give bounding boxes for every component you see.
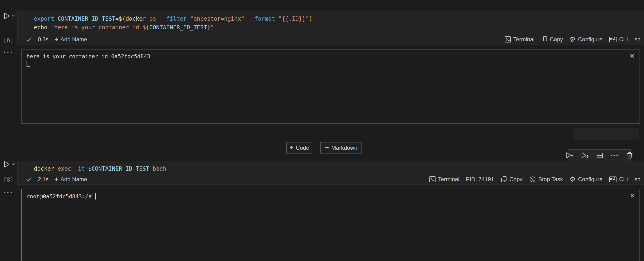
code-line: docker exec -it $CONTAINER_ID_TEST bash: [34, 165, 639, 173]
copy-button[interactable]: Copy: [541, 36, 563, 43]
copy-label: Copy: [509, 176, 522, 183]
terminal-bar-cursor: [95, 193, 96, 200]
split-cell-button[interactable]: [596, 152, 604, 159]
split-cell-icon: [596, 152, 604, 159]
cli-icon: [609, 176, 617, 183]
terminal-output[interactable]: here is your container id 0a52fdc5d843 ✕: [22, 49, 640, 124]
execution-count-label: [8]: [3, 177, 14, 183]
pid-label: PID: 74191: [466, 176, 494, 183]
terminal-button[interactable]: Terminal: [429, 176, 460, 183]
stop-circle-icon: [529, 176, 536, 183]
copy-icon: [541, 36, 548, 43]
copy-button[interactable]: Copy: [501, 176, 522, 183]
cli-button[interactable]: CLI: [609, 176, 628, 183]
notebook-editor: [6] ••• export CONTAINER_ID_TEST=$(docke…: [0, 0, 644, 261]
code-cell[interactable]: export CONTAINER_ID_TEST=$(docker ps --f…: [18, 10, 644, 45]
close-output-button[interactable]: ✕: [630, 192, 635, 199]
duration-label: 2.1s: [38, 176, 48, 183]
language-indicator[interactable]: sh: [634, 176, 640, 183]
terminal-icon: [429, 176, 436, 183]
terminal-output-line: here is your container id 0a52fdc5d843: [26, 53, 635, 60]
add-name-label: Add Name: [60, 176, 87, 183]
terminal-button[interactable]: Terminal: [504, 36, 535, 43]
configure-label: Configure: [578, 36, 602, 43]
plus-icon: +: [289, 144, 293, 151]
play-icon: [4, 12, 15, 19]
add-markdown-cell-button[interactable]: + Markdown: [320, 142, 362, 154]
plus-icon: +: [54, 176, 58, 183]
run-above-button[interactable]: [566, 152, 574, 159]
code-editor[interactable]: export CONTAINER_ID_TEST=$(docker ps --f…: [34, 14, 639, 32]
success-check-icon: [26, 36, 32, 43]
add-markdown-label: Markdown: [332, 145, 358, 151]
plus-icon: +: [325, 144, 329, 151]
more-actions-button[interactable]: •••: [610, 152, 619, 158]
gear-icon: ⚙: [570, 36, 576, 43]
output-menu-button[interactable]: •••: [4, 49, 14, 55]
delete-cell-button[interactable]: [626, 152, 633, 159]
terminal-output-focused[interactable]: root@0a52fdc5d843:/# ✕: [22, 189, 640, 261]
run-below-icon: [581, 152, 589, 159]
terminal-label: Terminal: [513, 36, 535, 43]
terminal-block-cursor: [26, 61, 30, 67]
code-line: export CONTAINER_ID_TEST=$(docker ps --f…: [34, 14, 639, 23]
cli-label: CLI: [619, 36, 628, 43]
language-indicator[interactable]: sh: [634, 36, 640, 43]
cell-toolbar: •••: [568, 149, 631, 162]
copy-label: Copy: [550, 36, 563, 43]
cell-status-bar: 0.3s + Add Name Terminal: [18, 35, 644, 45]
trash-icon: [626, 152, 633, 159]
terminal-prompt: root@0a52fdc5d843:/#: [26, 193, 95, 200]
success-check-icon: [26, 176, 32, 183]
gear-icon: ⚙: [570, 176, 576, 183]
stop-task-button[interactable]: Stop Task: [529, 176, 563, 183]
configure-button[interactable]: ⚙ Configure: [570, 36, 602, 43]
configure-label: Configure: [578, 176, 602, 183]
run-below-button[interactable]: [581, 152, 589, 159]
terminal-icon: [504, 36, 511, 43]
add-name-button[interactable]: + Add Name: [54, 176, 87, 183]
stop-task-label: Stop Task: [538, 176, 563, 183]
terminal-cursor-line: [26, 60, 635, 69]
run-cell-button[interactable]: [4, 161, 15, 168]
code-cell[interactable]: docker exec -it $CONTAINER_ID_TEST bash …: [18, 161, 644, 185]
cli-label: CLI: [619, 176, 628, 183]
cli-icon: [609, 36, 617, 43]
duration-label: 0.3s: [38, 36, 48, 43]
close-output-button[interactable]: ✕: [630, 52, 635, 60]
configure-button[interactable]: ⚙ Configure: [570, 176, 602, 183]
terminal-label: Terminal: [438, 176, 460, 183]
cli-button[interactable]: CLI: [609, 36, 628, 43]
play-icon: [4, 161, 15, 168]
plus-icon: +: [54, 36, 58, 43]
cell-status-bar: 2.1s + Add Name Terminal PID: 74191: [18, 175, 644, 185]
terminal-prompt-line: root@0a52fdc5d843:/#: [26, 193, 635, 200]
output-menu-button[interactable]: •••: [4, 190, 14, 195]
execution-count-label: [6]: [3, 37, 14, 44]
run-above-icon: [566, 152, 574, 159]
run-cell-button[interactable]: [4, 12, 15, 19]
add-name-button[interactable]: + Add Name: [54, 36, 87, 43]
code-line: echo "here is your container id ${CONTAI…: [34, 23, 639, 32]
add-code-label: Code: [296, 145, 309, 151]
copy-icon: [501, 176, 507, 183]
add-code-cell-button[interactable]: + Code: [286, 142, 312, 154]
code-editor[interactable]: docker exec -it $CONTAINER_ID_TEST bash: [34, 165, 639, 173]
add-name-label: Add Name: [60, 36, 87, 43]
cell-hover-strip: [574, 128, 639, 140]
